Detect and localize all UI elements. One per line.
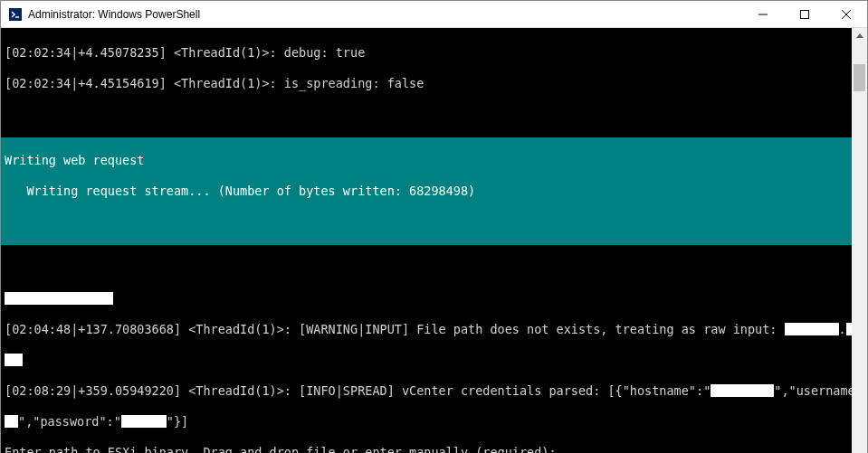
log-line: ","username":"	[774, 383, 852, 398]
titlebar[interactable]: Administrator: Windows PowerShell	[1, 1, 867, 28]
log-line: Enter path to ESXi binary. Drag and drop…	[5, 445, 557, 453]
progress-block: Writing web request Writing request stre…	[1, 137, 852, 245]
redacted	[121, 415, 167, 428]
scroll-up-arrow[interactable]	[852, 28, 867, 43]
progress-detail: Writing request stream... (Number of byt…	[5, 184, 475, 198]
app-icon	[8, 7, 23, 22]
console-output[interactable]: [02:02:34|+4.45078235] <ThreadId(1)>: de…	[1, 28, 852, 453]
log-line: [02:04:48|+137.70803668] <ThreadId(1)>: …	[5, 322, 785, 336]
log-line: [02:08:29|+359.05949220] <ThreadId(1)>: …	[5, 383, 711, 398]
svg-rect-3	[801, 10, 809, 18]
redacted	[711, 384, 774, 397]
progress-title: Writing web request	[5, 153, 144, 167]
powershell-window: Administrator: Windows PowerShell [02:02…	[0, 0, 868, 453]
log-line: ","password":"	[18, 414, 121, 429]
log-line: "}]	[167, 414, 188, 429]
minimize-button[interactable]	[742, 1, 784, 28]
window-title: Administrator: Windows PowerShell	[28, 8, 742, 21]
vertical-scrollbar[interactable]	[852, 28, 867, 453]
close-button[interactable]	[825, 1, 867, 28]
redacted	[5, 292, 113, 305]
log-line: [02:02:34|+4.45078235] <ThreadId(1)>: de…	[5, 45, 365, 60]
redacted	[785, 323, 839, 335]
redacted	[5, 354, 23, 366]
content-area: [02:02:34|+4.45078235] <ThreadId(1)>: de…	[1, 28, 867, 453]
redacted	[5, 415, 18, 428]
log-line: [02:02:34|+4.45154619] <ThreadId(1)>: is…	[5, 76, 424, 90]
scroll-thumb[interactable]	[854, 64, 865, 91]
maximize-button[interactable]	[784, 1, 825, 28]
window-controls	[742, 1, 867, 28]
